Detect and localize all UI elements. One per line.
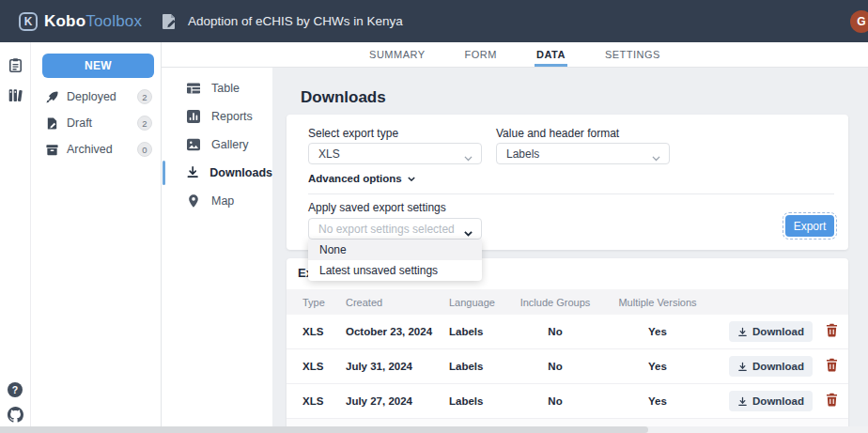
- top-header: K KoboToolbox Adoption of eCHIS by CHWs …: [0, 0, 868, 42]
- draft-icon: [45, 116, 59, 131]
- help-icon[interactable]: ?: [8, 382, 23, 398]
- exports-table: Type Created Language Include Groups Mul…: [287, 289, 848, 427]
- draft-count-badge: 2: [137, 116, 152, 131]
- download-button[interactable]: Download: [729, 356, 813, 377]
- library-icon[interactable]: [8, 87, 23, 103]
- exports-card: Exports Type Created Language Include Gr…: [287, 258, 848, 433]
- menu-option-none[interactable]: None: [308, 240, 482, 260]
- trash-icon: [824, 357, 840, 373]
- map-pin-icon: [186, 193, 201, 209]
- sidebar-item-label: Deployed: [67, 90, 137, 103]
- sidebar-item-label: Draft: [67, 116, 137, 130]
- data-subnav: Table Reports Gallery: [162, 68, 272, 433]
- kobotoolbox-logo[interactable]: K KoboToolbox: [19, 0, 142, 42]
- archive-box-icon: [45, 143, 59, 157]
- horizontal-scrollbar-thumb[interactable]: [0, 426, 648, 433]
- saved-settings-select[interactable]: No export settings selected: [308, 218, 482, 240]
- header-format-label: Value and header format: [496, 127, 619, 140]
- table-row: XLS October 23, 2024 Labels No Yes Downl…: [287, 315, 848, 349]
- table-header-row: Type Created Language Include Groups Mul…: [287, 289, 848, 315]
- page-title: Downloads: [301, 88, 386, 107]
- subnav-item-reports[interactable]: Reports: [162, 102, 272, 131]
- tab-form[interactable]: FORM: [463, 42, 499, 67]
- sidebar-item-label: Archived: [67, 143, 137, 156]
- delete-export-button[interactable]: [822, 392, 841, 410]
- sidebar-item-deployed[interactable]: Deployed 2: [31, 84, 161, 110]
- saved-settings-menu: None Latest unsaved settings: [308, 240, 482, 281]
- menu-option-latest-unsaved[interactable]: Latest unsaved settings: [308, 260, 482, 281]
- table-row: XLS July 27, 2024 Labels No Yes Download: [287, 384, 848, 419]
- projects-sidebar: NEW Deployed 2 Draft 2: [31, 42, 162, 433]
- project-header: Adoption of eCHIS by CHWs in Kenya: [160, 0, 403, 42]
- subnav-item-gallery[interactable]: Gallery: [162, 131, 272, 159]
- projects-clipboard-icon[interactable]: [8, 57, 23, 73]
- app-window: K KoboToolbox Adoption of eCHIS by CHWs …: [0, 0, 868, 433]
- table-row: XLS July 31, 2024 Labels No Yes Download: [287, 349, 848, 384]
- export-button[interactable]: Export: [785, 215, 834, 237]
- subnav-item-table[interactable]: Table: [162, 74, 272, 102]
- rocket-icon: [45, 90, 59, 104]
- tab-summary[interactable]: SUMMARY: [367, 42, 427, 67]
- subnav-item-map[interactable]: Map: [162, 187, 272, 215]
- download-icon: [186, 165, 199, 180]
- apply-settings-label: Apply saved export settings: [308, 201, 446, 214]
- tab-data[interactable]: DATA: [535, 42, 567, 67]
- download-icon: [737, 362, 748, 372]
- subnav-item-downloads[interactable]: Downloads: [162, 159, 272, 187]
- trash-icon: [824, 322, 840, 338]
- download-icon: [737, 396, 748, 407]
- chevron-down-icon: [464, 151, 473, 157]
- downloads-main: Downloads Select export type XLS Value a…: [272, 68, 868, 433]
- delete-export-button[interactable]: [822, 322, 841, 341]
- download-icon: [737, 327, 748, 337]
- header-format-select[interactable]: Labels: [496, 143, 670, 164]
- archived-count-badge: 0: [137, 142, 152, 157]
- new-project-button[interactable]: NEW: [42, 54, 154, 78]
- trash-icon: [824, 392, 840, 408]
- advanced-options-toggle[interactable]: Advanced options: [308, 173, 415, 184]
- github-icon[interactable]: [8, 407, 23, 423]
- divider: [308, 193, 834, 194]
- logo-text: KoboToolbox: [44, 12, 142, 31]
- chevron-down-icon: [652, 151, 660, 157]
- kobo-logo-icon: K: [19, 12, 38, 31]
- deployed-form-icon: [160, 12, 178, 31]
- delete-export-button[interactable]: [822, 357, 841, 376]
- export-options-card: Select export type XLS Value and header …: [287, 115, 848, 250]
- project-title: Adoption of eCHIS by CHWs in Kenya: [188, 14, 403, 28]
- deployed-count-badge: 2: [137, 89, 152, 104]
- tab-settings[interactable]: SETTINGS: [603, 42, 662, 67]
- chevron-down-icon: [464, 226, 473, 232]
- table-icon: [186, 81, 201, 96]
- export-type-select[interactable]: XLS: [308, 143, 482, 164]
- project-tabbar: SUMMARY FORM DATA SETTINGS: [162, 42, 868, 68]
- gallery-image-icon: [186, 137, 201, 152]
- download-button[interactable]: Download: [729, 321, 813, 342]
- download-button[interactable]: Download: [729, 391, 813, 411]
- left-icon-rail: ?: [0, 42, 31, 433]
- chevron-down-icon: [408, 177, 415, 181]
- horizontal-scrollbar-track[interactable]: [0, 426, 868, 433]
- reports-chart-icon: [186, 109, 201, 124]
- sidebar-item-archived[interactable]: Archived 0: [31, 136, 161, 162]
- account-avatar[interactable]: G: [850, 10, 868, 33]
- export-type-label: Select export type: [308, 127, 398, 140]
- sidebar-item-draft[interactable]: Draft 2: [31, 110, 161, 136]
